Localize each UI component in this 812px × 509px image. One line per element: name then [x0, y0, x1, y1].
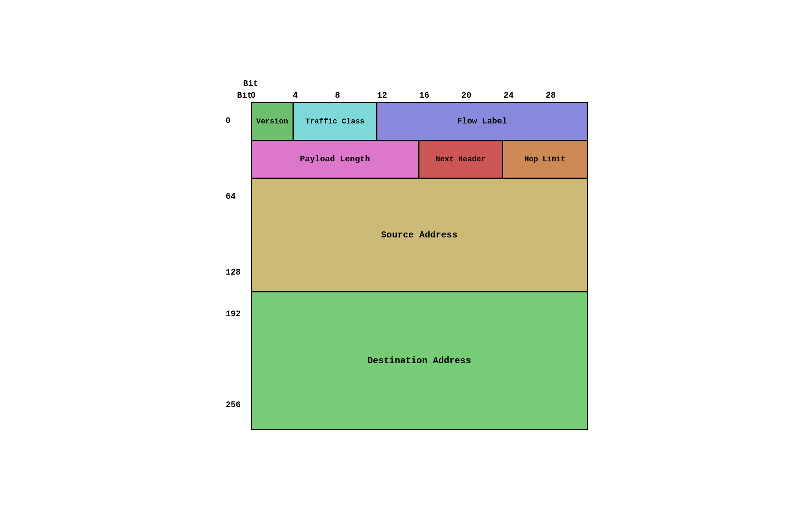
flow-label-label: Flow Label: [457, 117, 507, 126]
bit-numbers-container: Bit 0 4 8 12 16 20 24 28: [251, 91, 588, 100]
hop-limit-label: Hop Limit: [524, 155, 565, 164]
flow-label-cell: Flow Label: [377, 103, 587, 140]
row-label-32: [224, 140, 251, 178]
ipv6-header-diagram: Bit Bit 0 4 8 12 16 20 24 28 0 64 128 19…: [224, 79, 588, 430]
bit-8: 8: [335, 91, 340, 100]
row-label-256: 256: [224, 382, 251, 428]
row-label-128: 128: [224, 253, 251, 291]
diagram-body: 0 64 128 192 256 Version Traffic Class F…: [224, 102, 588, 430]
destination-address-label: Destination Address: [368, 356, 471, 366]
traffic-class-label: Traffic Class: [305, 117, 365, 126]
hop-limit-cell: Hop Limit: [503, 141, 587, 178]
version-label: Version: [256, 117, 288, 126]
packet-grid: Version Traffic Class Flow Label Payload…: [251, 102, 588, 430]
bit-12: 12: [377, 91, 387, 100]
destination-address-cell: Destination Address: [252, 292, 587, 429]
row-label-0: 0: [224, 102, 251, 140]
bit-24: 24: [504, 91, 513, 100]
row-bits-32-63: Payload Length Next Header Hop Limit: [252, 141, 587, 179]
bit-0: 0: [251, 91, 256, 100]
row-label-192: 192: [224, 291, 251, 337]
bit-16: 16: [419, 91, 429, 100]
row-label-96: [224, 215, 251, 253]
source-address-label: Source Address: [381, 230, 458, 240]
traffic-class-cell: Traffic Class: [294, 103, 377, 140]
next-header-label: Next Header: [435, 155, 485, 164]
version-cell: Version: [252, 103, 294, 140]
payload-length-cell: Payload Length: [252, 141, 419, 178]
bit-numbers: Bit: [251, 79, 588, 89]
next-header-cell: Next Header: [419, 141, 503, 178]
bit-20: 20: [462, 91, 471, 100]
row-bits-0-31: Version Traffic Class Flow Label: [252, 103, 587, 141]
bit-number-labels: 0 4 8 12 16 20 24 28: [251, 91, 588, 100]
source-address-cell: Source Address: [252, 179, 587, 292]
row-label-224: [224, 337, 251, 382]
payload-length-label: Payload Length: [300, 155, 370, 164]
bit-4: 4: [293, 91, 298, 100]
bit-28: 28: [546, 91, 555, 100]
row-label-64: 64: [224, 178, 251, 215]
row-labels: 0 64 128 192 256: [224, 102, 251, 430]
bit-numbers-row: Bit: [251, 79, 588, 89]
